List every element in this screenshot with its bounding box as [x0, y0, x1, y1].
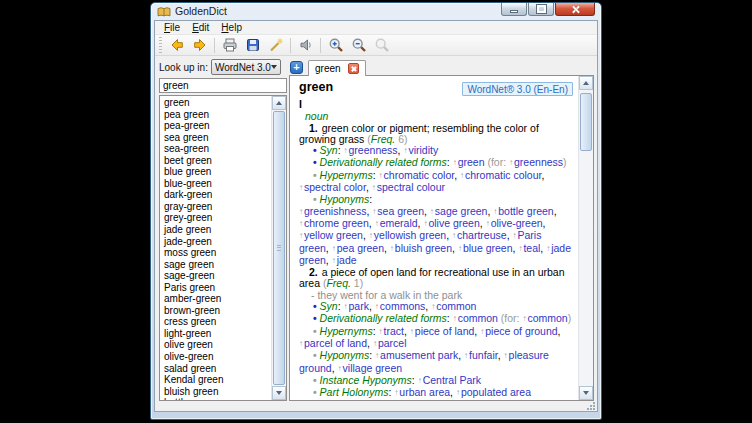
word-list-item[interactable]: beet green [164, 155, 270, 167]
article-link[interactable]: greenishness [304, 205, 366, 217]
word-list-item[interactable]: Paris green [164, 282, 270, 294]
up-arrow: ↑ [453, 158, 458, 167]
word-list-item[interactable]: dark-green [164, 189, 270, 201]
menu-edit[interactable]: Edit [187, 22, 214, 33]
search-input[interactable]: green [159, 78, 287, 93]
article-link[interactable]: spectral colour [377, 181, 445, 193]
word-list-item[interactable]: pea-green [164, 120, 270, 132]
word-list-item[interactable]: blue green [164, 166, 270, 178]
article-link[interactable]: parcel [378, 337, 407, 349]
word-list-item[interactable]: bluish green [164, 386, 270, 398]
zoom-reset-button[interactable] [370, 35, 393, 55]
word-list-item[interactable]: brown-green [164, 305, 270, 317]
scroll-down-button[interactable] [272, 386, 286, 400]
article-link[interactable]: teal [523, 242, 540, 254]
close-button[interactable] [555, 3, 595, 16]
word-list-item[interactable]: sea-green [164, 143, 270, 155]
word-list-item[interactable]: green [164, 97, 270, 109]
tab-green[interactable]: green [308, 60, 366, 76]
scroll-thumb[interactable] [580, 93, 592, 151]
article-link[interactable]: chromatic colour [465, 169, 541, 181]
minimize-button[interactable] [501, 3, 527, 16]
article-link[interactable]: pea green [337, 242, 384, 254]
scroll-up-button[interactable] [579, 76, 593, 90]
translate-word-button[interactable] [264, 35, 287, 55]
word-list-item[interactable]: light-green [164, 328, 270, 340]
article-link[interactable]: commons [380, 300, 426, 312]
article-link[interactable]: common [458, 312, 498, 324]
zoom-out-button[interactable] [347, 35, 370, 55]
article-link[interactable]: sea green [377, 205, 424, 217]
article-link[interactable]: Central Park [423, 374, 481, 386]
menu-help[interactable]: Help [216, 22, 247, 33]
word-list-item[interactable]: jade-green [164, 236, 270, 248]
article-link[interactable]: greenness [514, 156, 563, 168]
scroll-down-button[interactable] [579, 386, 593, 400]
back-button[interactable] [165, 35, 188, 55]
article-link[interactable]: green [458, 156, 485, 168]
article-link[interactable]: village green [343, 362, 403, 374]
article-link[interactable]: blue green [463, 242, 513, 254]
tab-close-icon[interactable] [348, 63, 359, 74]
word-list-item[interactable]: amber-green [164, 293, 270, 305]
maximize-button[interactable] [528, 3, 554, 16]
toolbar-drag-handle[interactable] [159, 37, 162, 53]
article-link[interactable]: chartreuse [457, 229, 507, 241]
word-list-item[interactable]: jade green [164, 224, 270, 236]
pronounce-button[interactable] [294, 35, 317, 55]
article-link[interactable]: spectral color [304, 181, 366, 193]
word-list-item[interactable]: sea green [164, 132, 270, 144]
article-link[interactable]: common [436, 300, 476, 312]
article-link[interactable]: bottle green [498, 205, 553, 217]
word-list-item[interactable]: gray-green [164, 201, 270, 213]
resize-grip-icon[interactable] [587, 402, 595, 410]
article-link[interactable]: yellowish green [374, 229, 446, 241]
article-link[interactable]: urban area [399, 386, 450, 398]
article-link[interactable]: chrome green [304, 217, 369, 229]
word-list-scrollbar[interactable] [271, 96, 286, 400]
word-list-item[interactable]: blue-green [164, 178, 270, 190]
article-link[interactable]: piece of land [415, 325, 475, 337]
word-list-item[interactable]: grey-green [164, 212, 270, 224]
article-link[interactable]: park [349, 300, 369, 312]
article-link[interactable]: greenness [349, 144, 398, 156]
article-link[interactable]: bluish green [395, 242, 452, 254]
article-link[interactable]: viridity [408, 144, 438, 156]
article-link[interactable]: olive-green [491, 217, 543, 229]
word-list-item[interactable]: salad green [164, 363, 270, 375]
titlebar[interactable]: GoldenDict [151, 3, 601, 20]
article-link[interactable]: funfair [469, 349, 498, 361]
word-list-item[interactable]: moss green [164, 247, 270, 259]
article-link[interactable]: tract [384, 325, 404, 337]
scroll-up-button[interactable] [272, 96, 286, 110]
article-link[interactable]: sage green [435, 205, 488, 217]
article-link[interactable]: jade [337, 254, 357, 266]
word-list-item[interactable]: sage-green [164, 270, 270, 282]
article-link[interactable]: parcel of land [304, 337, 367, 349]
word-list-item[interactable]: pea green [164, 109, 270, 121]
menu-file[interactable]: File [159, 22, 185, 33]
zoom-in-button[interactable] [324, 35, 347, 55]
word-list-item[interactable]: olive green [164, 339, 270, 351]
article-scrollbar[interactable] [578, 76, 593, 400]
scroll-thumb[interactable] [273, 111, 285, 385]
word-list-item[interactable]: Kendal green [164, 374, 270, 386]
dictionary-badge[interactable]: WordNet® 3.0 (En-En) [462, 82, 573, 96]
article-link[interactable]: populated area [461, 386, 531, 398]
forward-button[interactable] [188, 35, 211, 55]
article-link[interactable]: amusement park [380, 349, 458, 361]
word-list-item[interactable]: sage green [164, 259, 270, 271]
print-button[interactable] [218, 35, 241, 55]
article-link[interactable]: common [527, 312, 567, 324]
dictionary-group-combobox[interactable]: WordNet 3.0 [211, 59, 281, 75]
article-link[interactable]: piece of ground [485, 325, 557, 337]
article-link[interactable]: olive green [428, 217, 479, 229]
article-link[interactable]: emerald [380, 217, 418, 229]
article-link[interactable]: yellow green [304, 229, 363, 241]
word-list-item[interactable]: bottle green [164, 397, 270, 400]
save-button[interactable] [241, 35, 264, 55]
add-tab-button[interactable]: + [290, 61, 303, 74]
word-list-item[interactable]: cress green [164, 316, 270, 328]
article-link[interactable]: chromatic color [384, 169, 455, 181]
word-list-item[interactable]: olive-green [164, 351, 270, 363]
